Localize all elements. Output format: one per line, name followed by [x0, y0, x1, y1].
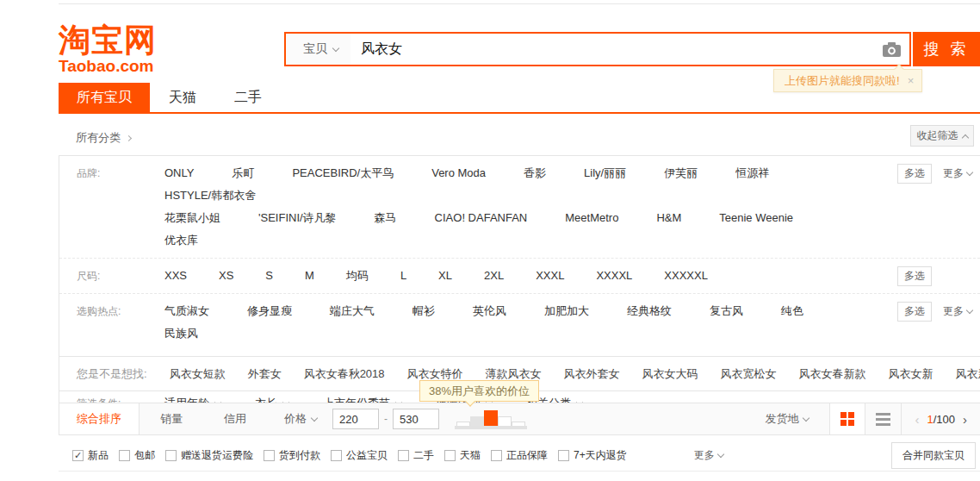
sort-option[interactable]: 销量: [140, 403, 203, 434]
size-option[interactable]: XL: [438, 265, 452, 287]
store-type-tab[interactable]: 所有宝贝: [59, 83, 150, 112]
brand-option[interactable]: 森马: [375, 207, 397, 229]
hot-option[interactable]: 修身显瘦: [247, 300, 292, 322]
chevron-down-icon: [311, 414, 318, 421]
service-more-link[interactable]: 更多: [694, 448, 723, 463]
related-search-link[interactable]: 风衣女春新款: [799, 366, 866, 382]
size-option[interactable]: M: [305, 265, 314, 287]
checkbox[interactable]: [491, 450, 502, 461]
hot-option[interactable]: 经典格纹: [627, 300, 672, 322]
related-search-link[interactable]: 风衣女短款: [170, 366, 226, 382]
brand-option[interactable]: MeetMetro: [565, 207, 618, 229]
checkbox[interactable]: [398, 450, 409, 461]
brand-option[interactable]: 'SEIFINI/诗凡黎: [258, 207, 337, 229]
breadcrumb[interactable]: 所有分类: [76, 130, 131, 146]
grid-view-button[interactable]: [829, 403, 865, 434]
service-filter[interactable]: 7+天内退货: [558, 448, 627, 463]
close-icon[interactable]: ×: [908, 74, 915, 87]
brand-option[interactable]: 恒源祥: [735, 162, 769, 184]
service-filter[interactable]: 天猫: [444, 448, 481, 463]
checkbox[interactable]: [331, 450, 342, 461]
related-search-link[interactable]: 风衣女大码: [642, 366, 698, 382]
brand-option[interactable]: CIAO! DAFANFAN: [435, 207, 528, 229]
hot-option[interactable]: 民族风: [164, 322, 198, 345]
search-button[interactable]: 搜 索: [913, 32, 980, 66]
size-option[interactable]: 2XL: [484, 265, 504, 287]
checkbox[interactable]: [558, 450, 569, 461]
service-filter[interactable]: 包邮: [119, 448, 155, 463]
price-histogram[interactable]: [455, 409, 527, 429]
hot-multi-select-button[interactable]: 多选: [897, 302, 932, 322]
hot-option[interactable]: 纯色: [781, 300, 803, 322]
checkbox[interactable]: [119, 450, 130, 461]
brand-option[interactable]: HSTYLE/韩都衣舍: [164, 184, 256, 207]
size-option[interactable]: XXXXXL: [664, 265, 708, 287]
size-option[interactable]: 均码: [346, 265, 369, 287]
search-input[interactable]: [350, 34, 873, 65]
related-search-link[interactable]: 风衣新款女春秋: [956, 366, 980, 382]
size-option[interactable]: XXXL: [536, 265, 564, 287]
previous-page-button[interactable]: ‹: [915, 412, 919, 427]
ship-from-dropdown[interactable]: 发货地: [765, 411, 809, 427]
related-search-link[interactable]: 风衣女新: [889, 366, 933, 382]
camera-search-button[interactable]: [873, 34, 909, 65]
brand-option[interactable]: ONLY: [164, 162, 194, 184]
size-option[interactable]: XXS: [164, 265, 187, 287]
checkbox[interactable]: [72, 450, 84, 461]
size-option[interactable]: L: [400, 265, 406, 287]
search-category-label: 宝贝: [303, 41, 327, 57]
brand-option[interactable]: PEACEBIRD/太平鸟: [292, 162, 394, 184]
brand-option[interactable]: 优衣库: [164, 229, 198, 252]
size-option[interactable]: XXXXL: [596, 265, 632, 287]
service-filter[interactable]: 正品保障: [491, 448, 548, 463]
service-filter[interactable]: 公益宝贝: [331, 448, 388, 463]
sort-option[interactable]: 综合排序: [59, 403, 140, 434]
service-filter[interactable]: 货到付款: [264, 448, 320, 463]
hot-option[interactable]: 加肥加大: [544, 300, 589, 322]
store-type-tab[interactable]: 天猫: [169, 83, 196, 112]
price-min-input[interactable]: [332, 409, 379, 429]
hot-option[interactable]: 端庄大气: [330, 300, 375, 322]
collapse-filters-button[interactable]: 收起筛选: [910, 125, 974, 147]
brand-option[interactable]: H&M: [656, 207, 681, 229]
size-option[interactable]: XS: [219, 265, 233, 287]
checkbox[interactable]: [264, 450, 275, 461]
brand-option[interactable]: 香影: [524, 162, 546, 184]
service-filter[interactable]: 新品: [72, 448, 109, 463]
taobao-logo[interactable]: 淘宝网 Taobao.com: [59, 24, 157, 76]
brand-option[interactable]: 伊芙丽: [664, 162, 698, 184]
sort-by-price[interactable]: 价格: [267, 411, 326, 427]
brand-option[interactable]: 乐町: [232, 162, 254, 184]
brand-option[interactable]: Lily/丽丽: [584, 162, 626, 184]
hot-more-link[interactable]: 更多: [943, 300, 972, 322]
price-range-inputs: -: [332, 409, 439, 429]
checkbox[interactable]: [165, 450, 177, 461]
related-search-link[interactable]: 风衣女春秋2018: [304, 366, 385, 382]
merge-same-items-button[interactable]: 合并同款宝贝: [891, 442, 976, 469]
brand-option[interactable]: Teenie Weenie: [719, 207, 793, 229]
related-search-link[interactable]: 风衣外套女: [564, 366, 620, 382]
hot-option[interactable]: 帽衫: [412, 300, 435, 322]
size-multi-select-button[interactable]: 多选: [897, 266, 932, 286]
service-filter[interactable]: 二手: [398, 448, 434, 463]
price-max-input[interactable]: [393, 409, 439, 429]
search-category-dropdown[interactable]: 宝贝: [286, 34, 350, 65]
store-type-tab[interactable]: 二手: [234, 83, 262, 112]
service-filter[interactable]: 赠送退货运费险: [165, 448, 253, 463]
hot-option[interactable]: 气质淑女: [164, 300, 209, 322]
brand-option[interactable]: 花栗鼠小姐: [164, 207, 220, 229]
brand-option[interactable]: Vero Moda: [431, 162, 486, 184]
checkbox[interactable]: [444, 450, 456, 461]
size-option[interactable]: S: [265, 265, 273, 287]
related-search-link[interactable]: 外套女: [248, 366, 282, 382]
hot-option[interactable]: 英伦风: [473, 300, 506, 322]
sort-option[interactable]: 信用: [203, 403, 267, 434]
related-search-link[interactable]: 风衣宽松女: [721, 366, 777, 382]
brand-more-link[interactable]: 更多: [943, 162, 972, 184]
related-search-link[interactable]: 风衣女特价: [407, 366, 463, 382]
brand-multi-select-button[interactable]: 多选: [897, 164, 932, 184]
list-view-button[interactable]: [865, 403, 902, 434]
related-search-link[interactable]: 薄款风衣女: [486, 366, 542, 382]
hot-option[interactable]: 复古风: [710, 300, 743, 322]
next-page-button[interactable]: ›: [963, 412, 967, 427]
